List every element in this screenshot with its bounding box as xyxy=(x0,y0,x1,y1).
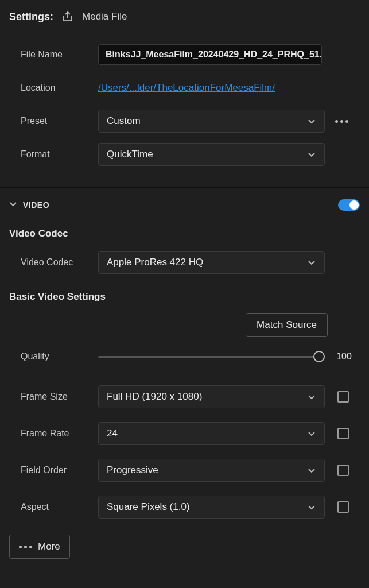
frame-size-select[interactable]: Full HD (1920 x 1080) xyxy=(98,385,325,408)
collapse-icon[interactable] xyxy=(9,200,17,210)
preset-select[interactable]: Custom xyxy=(98,110,325,133)
field-order-label: Field Order xyxy=(9,465,98,475)
location-link[interactable]: /Users/...lder/TheLocationForMeesaFilm/ xyxy=(98,82,275,94)
aspect-checkbox[interactable] xyxy=(337,501,349,513)
field-order-select[interactable]: Progressive xyxy=(98,459,325,482)
quality-label: Quality xyxy=(9,351,98,362)
aspect-label: Aspect xyxy=(9,502,98,512)
location-label: Location xyxy=(9,83,98,93)
video-section-title: VIDEO xyxy=(23,200,49,210)
format-select[interactable]: QuickTime xyxy=(98,143,325,166)
video-codec-value: Apple ProRes 422 HQ xyxy=(107,257,203,268)
field-order-value: Progressive xyxy=(107,465,158,476)
chevron-down-icon xyxy=(307,258,316,267)
slider-thumb[interactable] xyxy=(313,351,325,362)
video-codec-select[interactable]: Apple ProRes 422 HQ xyxy=(98,251,325,274)
frame-rate-row: Frame Rate 24 xyxy=(0,415,369,452)
aspect-row: Aspect Square Pixels (1.0) xyxy=(0,489,369,525)
basic-video-group-label: Basic Video Settings xyxy=(0,281,369,307)
quality-value: 100 xyxy=(328,351,360,362)
divider xyxy=(0,187,369,188)
video-toggle[interactable] xyxy=(338,199,360,211)
file-name-label: File Name xyxy=(9,49,98,60)
frame-rate-select[interactable]: 24 xyxy=(98,422,325,445)
quality-slider[interactable] xyxy=(98,351,319,362)
frame-size-row: Frame Size Full HD (1920 x 1080) xyxy=(0,378,369,415)
video-codec-row: Video Codec Apple ProRes 422 HQ xyxy=(0,244,369,281)
chevron-down-icon xyxy=(307,429,316,438)
file-name-input[interactable]: BinksJJ_MeesaFilm_20240429_HD_24_PRHQ_51… xyxy=(98,44,322,65)
frame-size-value: Full HD (1920 x 1080) xyxy=(107,391,202,403)
chevron-down-icon xyxy=(307,150,316,159)
file-name-row: File Name BinksJJ_MeesaFilm_20240429_HD_… xyxy=(9,38,360,71)
preset-more-icon[interactable] xyxy=(332,117,352,126)
chevron-down-icon xyxy=(307,466,316,475)
toggle-thumb xyxy=(349,200,359,210)
format-label: Format xyxy=(9,149,98,160)
chevron-down-icon xyxy=(307,502,316,512)
video-section-header: VIDEO xyxy=(0,188,369,218)
aspect-value: Square Pixels (1.0) xyxy=(107,501,190,513)
slider-track xyxy=(98,356,319,358)
top-bar: Settings: Media File xyxy=(0,0,369,36)
video-codec-label: Video Codec xyxy=(9,257,98,268)
frame-rate-checkbox[interactable] xyxy=(337,428,349,439)
more-button[interactable]: More xyxy=(9,535,70,559)
preset-row: Preset Custom xyxy=(9,105,360,138)
video-codec-group-label: Video Codec xyxy=(0,218,369,244)
field-order-checkbox[interactable] xyxy=(337,465,349,476)
frame-size-label: Frame Size xyxy=(9,392,98,402)
media-file-label: Media File xyxy=(82,11,127,22)
preset-value: Custom xyxy=(107,115,141,127)
settings-label: Settings: xyxy=(9,11,53,23)
frame-size-checkbox[interactable] xyxy=(337,391,349,403)
format-value: QuickTime xyxy=(107,149,153,160)
field-order-row: Field Order Progressive xyxy=(0,452,369,489)
format-row: Format QuickTime xyxy=(9,138,360,171)
export-icon[interactable] xyxy=(61,10,74,23)
settings-form: File Name BinksJJ_MeesaFilm_20240429_HD_… xyxy=(0,36,369,181)
aspect-select[interactable]: Square Pixels (1.0) xyxy=(98,496,325,519)
chevron-down-icon xyxy=(307,117,316,126)
preset-label: Preset xyxy=(9,116,98,126)
chevron-down-icon xyxy=(307,392,316,401)
quality-row: Quality 100 xyxy=(0,343,369,378)
location-row: Location /Users/...lder/TheLocationForMe… xyxy=(9,71,360,105)
frame-rate-value: 24 xyxy=(107,428,118,439)
more-button-label: More xyxy=(38,541,60,552)
match-source-row: Match Source xyxy=(0,307,369,343)
match-source-button[interactable]: Match Source xyxy=(246,313,328,337)
more-dots-icon xyxy=(19,546,32,548)
frame-rate-label: Frame Rate xyxy=(9,428,98,439)
